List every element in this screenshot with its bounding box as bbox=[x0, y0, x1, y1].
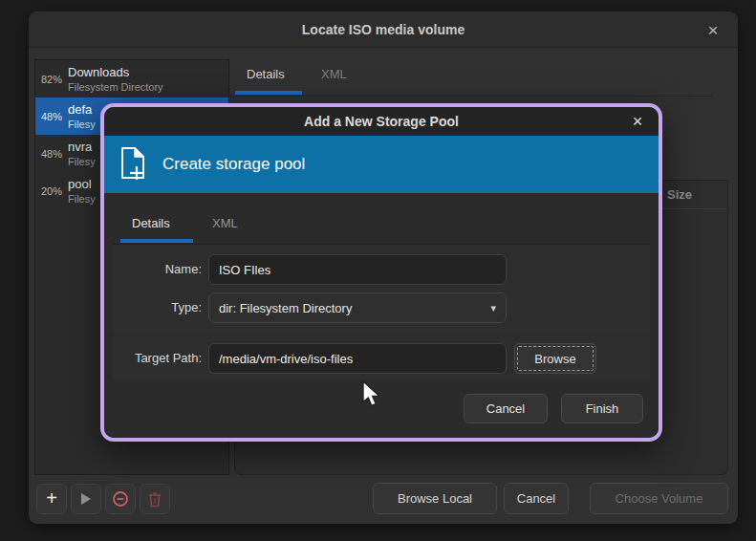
pool-row-downloads[interactable]: 82% Downloads Filesystem Directory bbox=[35, 60, 228, 97]
tab-separator bbox=[229, 96, 713, 97]
name-label: Name: bbox=[118, 262, 202, 276]
cancel-button[interactable]: Cancel bbox=[504, 483, 569, 514]
banner-title: Create storage pool bbox=[162, 155, 305, 174]
pool-usage-percent: 20% bbox=[39, 185, 68, 197]
pool-type: Filesy bbox=[68, 192, 96, 206]
pool-usage-percent: 48% bbox=[39, 148, 68, 160]
add-storage-pool-dialog: Add a New Storage Pool × Create storage … bbox=[100, 103, 662, 442]
dialog-title: Add a New Storage Pool bbox=[304, 114, 459, 129]
pool-usage-percent: 82% bbox=[39, 74, 68, 85]
trash-icon bbox=[147, 491, 162, 508]
dialog-close-icon[interactable]: × bbox=[626, 110, 649, 133]
browse-button[interactable]: Browse bbox=[514, 343, 596, 374]
size-column-header[interactable]: Size bbox=[667, 181, 692, 209]
window-close-icon[interactable]: × bbox=[702, 18, 724, 41]
pool-usage-percent: 48% bbox=[39, 111, 68, 122]
browse-local-button[interactable]: Browse Local bbox=[373, 483, 497, 514]
choose-volume-button[interactable]: Choose Volume bbox=[590, 483, 728, 514]
add-pool-button[interactable]: + bbox=[36, 484, 67, 514]
chevron-down-icon: ▾ bbox=[490, 302, 496, 314]
window-title: Locate ISO media volume bbox=[302, 22, 464, 37]
dialog-tab-xml[interactable]: XML bbox=[212, 216, 238, 230]
stop-circle-icon bbox=[112, 490, 129, 508]
type-label: Type: bbox=[118, 300, 202, 314]
type-dropdown[interactable]: dir: Filesystem Directory ▾ bbox=[208, 292, 507, 323]
pool-type: Filesy bbox=[68, 155, 96, 168]
dialog-cancel-button[interactable]: Cancel bbox=[464, 394, 548, 423]
desktop: Locate ISO media volume × 82% Downloads … bbox=[0, 0, 756, 541]
target-path-label: Target Path: bbox=[118, 351, 202, 365]
stop-pool-button[interactable] bbox=[105, 484, 136, 514]
pool-type: Filesy bbox=[68, 118, 96, 131]
start-pool-button[interactable] bbox=[71, 484, 101, 514]
play-icon bbox=[80, 492, 92, 506]
tab-details[interactable]: Details bbox=[247, 67, 285, 81]
dialog-titlebar[interactable]: Add a New Storage Pool × bbox=[104, 107, 659, 136]
plus-icon: + bbox=[46, 488, 57, 508]
pool-name: pool bbox=[68, 177, 96, 192]
active-tab-underline bbox=[235, 91, 302, 95]
dialog-finish-button[interactable]: Finish bbox=[561, 394, 643, 423]
delete-pool-button[interactable] bbox=[140, 484, 170, 514]
pool-name: nvra bbox=[68, 140, 96, 155]
create-pool-banner: Create storage pool bbox=[104, 136, 659, 193]
name-input[interactable] bbox=[208, 254, 507, 285]
window-titlebar[interactable]: Locate ISO media volume × bbox=[29, 11, 738, 48]
dialog-active-tab-underline bbox=[120, 239, 193, 243]
target-path-input[interactable] bbox=[208, 343, 507, 374]
tab-xml[interactable]: XML bbox=[321, 67, 347, 81]
new-document-plus-icon bbox=[119, 146, 147, 183]
dialog-tab-details[interactable]: Details bbox=[132, 216, 170, 230]
type-dropdown-value: dir: Filesystem Directory bbox=[219, 301, 352, 315]
pool-type: Filesystem Directory bbox=[68, 80, 163, 94]
pool-name: Downloads bbox=[68, 65, 163, 80]
pool-name: defa bbox=[68, 102, 96, 118]
